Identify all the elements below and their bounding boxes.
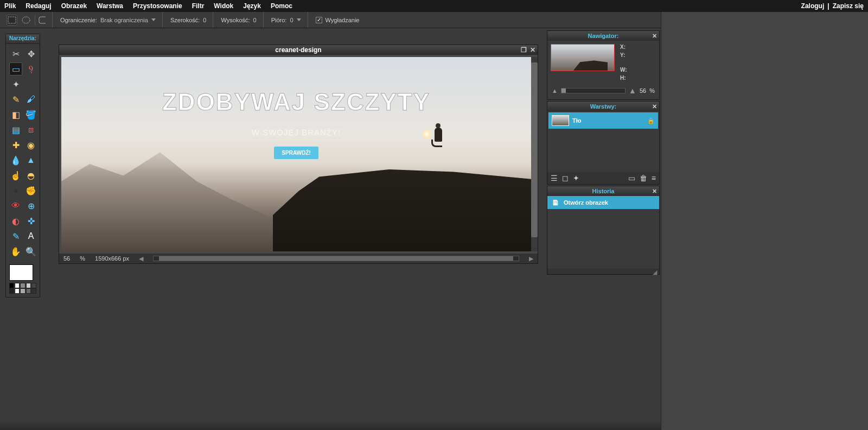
antialias-checkbox[interactable]: ✓ (316, 17, 322, 23)
constraint-value[interactable]: Brak ograniczenia (100, 17, 148, 23)
tool-blur[interactable]: 💧 (9, 154, 22, 167)
menu-plik[interactable]: Plik (4, 2, 16, 10)
foreground-swatch[interactable] (9, 264, 33, 281)
navigator-thumbnail[interactable] (551, 44, 615, 71)
canvas-image[interactable]: ZDOBYWAJ SZCZYTY W SWOJEJ BRANŻY! SPRAWD… (61, 57, 531, 251)
navigator-title[interactable]: Nawigator: ✕ (547, 31, 659, 41)
menu-obrazek[interactable]: Obrazek (61, 2, 87, 10)
history-title[interactable]: Historia ✕ (547, 186, 659, 196)
nav-zoom-value[interactable]: 56 (640, 87, 646, 94)
layer-delete-icon[interactable]: 🗑 (640, 174, 647, 182)
nav-spacer (620, 60, 627, 65)
color-swatch[interactable] (9, 288, 14, 294)
layer-fx-icon[interactable]: ✦ (573, 174, 579, 182)
layers-title[interactable]: Warstwy: ✕ (547, 102, 659, 111)
signup-link[interactable]: Zapisz się (833, 2, 864, 10)
tool-move[interactable]: ✥ (24, 47, 37, 60)
tool-grid: ✂✥▭݀Ꝯ✦✎🖌◧🪣▤⧇✚◉💧▲☝◓●✊👁⊕◐✜✎A✋🔍 (6, 44, 40, 261)
lock-icon[interactable]: 🔒 (647, 117, 655, 124)
navigator-close-icon[interactable]: ✕ (652, 33, 657, 40)
zoom-out-icon[interactable]: ▲ (552, 87, 558, 94)
tool-gradient[interactable]: ▤ (9, 123, 22, 136)
maximize-icon[interactable]: ❐ (521, 46, 527, 54)
tool-bulge[interactable]: ◐ (9, 214, 22, 227)
right-blank-area (661, 12, 868, 430)
tool-text[interactable]: A (24, 230, 37, 243)
history-close-icon[interactable]: ✕ (652, 188, 657, 195)
menu-widok[interactable]: Widok (214, 2, 233, 10)
tool-dodge[interactable]: ● (9, 184, 22, 197)
tool-spot[interactable]: ⊕ (24, 199, 37, 212)
menu-warstwa[interactable]: Warstwa (97, 2, 123, 10)
close-icon[interactable]: ✕ (530, 46, 535, 54)
layers-close-icon[interactable]: ✕ (652, 103, 657, 110)
tool-marquee[interactable]: ▭ (9, 62, 22, 75)
tool-lasso[interactable]: ݀Ꝯ (24, 62, 37, 75)
layer-mask-icon[interactable]: ◻ (562, 174, 569, 182)
color-swatch[interactable] (15, 288, 20, 294)
history-row[interactable]: 🗎 Otwórz obrazek (547, 196, 659, 209)
layer-menu-icon[interactable]: ≡ (652, 174, 656, 182)
resize-grip[interactable]: ◢ (547, 269, 659, 274)
zoom-in-icon[interactable]: ▲ (629, 86, 636, 95)
feather-dropdown-icon[interactable] (297, 18, 301, 21)
marquee-ellipse-icon[interactable] (21, 15, 31, 26)
tool-wand[interactable]: ✦ (9, 78, 22, 91)
color-swatch[interactable] (9, 283, 14, 288)
feather-value[interactable]: 0 (290, 17, 293, 23)
marquee-rounded-icon[interactable] (35, 15, 46, 26)
tool-crop[interactable]: ✂ (9, 47, 22, 60)
hscroll-left-icon[interactable]: ◀ (139, 255, 143, 262)
layers-body: Tło 🔒 (547, 111, 659, 172)
tool-repair[interactable]: ✚ (9, 138, 22, 151)
tool-pencil[interactable]: ✎ (9, 93, 22, 106)
layer-row[interactable]: Tło 🔒 (548, 112, 658, 129)
menu-przystosowanie[interactable]: Przystosowanie (133, 2, 182, 10)
zoom-value[interactable]: 56 (63, 255, 70, 262)
color-swatch[interactable] (31, 288, 36, 294)
tool-hand[interactable]: ✋ (9, 245, 22, 258)
login-link[interactable]: Zaloguj (801, 2, 825, 10)
tool-redeye[interactable]: 👁 (9, 199, 22, 212)
tool-eraser[interactable]: ◧ (9, 108, 22, 121)
tool-pinch[interactable]: ✜ (24, 214, 37, 227)
canvas-vscrollbar[interactable] (531, 57, 538, 251)
tool-stamp[interactable]: ⧇ (24, 123, 37, 136)
menu-redaguj[interactable]: Redaguj (25, 2, 51, 10)
menu-pomoc[interactable]: Pomoc (271, 2, 292, 10)
tool-picker[interactable]: ✎ (9, 230, 22, 243)
tool-burn[interactable]: ✊ (24, 184, 37, 197)
history-body: 🗎 Otwórz obrazek (547, 196, 659, 269)
color-swatch[interactable] (15, 283, 20, 288)
layer-settings-icon[interactable]: ☰ (551, 174, 558, 182)
canvas-title: creanet-design (275, 46, 321, 54)
zoom-pct-symbol: % (80, 255, 85, 262)
menu-jezyk[interactable]: Język (243, 2, 261, 10)
height-value[interactable]: 0 (253, 17, 257, 23)
tool-sharpen[interactable]: ▲ (24, 154, 37, 167)
tool-empty1[interactable] (24, 78, 37, 91)
canvas-titlebar[interactable]: creanet-design ❐ ✕ (59, 45, 538, 55)
constraint-dropdown-icon[interactable] (151, 18, 156, 21)
color-swatch[interactable] (26, 288, 31, 294)
color-swatch[interactable] (20, 283, 25, 288)
tool-bucket[interactable]: 🪣 (24, 108, 37, 121)
tool-brush[interactable]: 🖌 (24, 93, 37, 106)
color-swatch[interactable] (31, 283, 36, 288)
tool-heal[interactable]: ◉ (24, 138, 37, 151)
color-swatch[interactable] (20, 288, 25, 294)
tool-smudge[interactable]: ☝ (9, 169, 22, 182)
canvas-hscrollbar[interactable] (153, 256, 519, 261)
zoom-slider-track[interactable] (561, 88, 626, 93)
tool-sponge[interactable]: ◓ (24, 169, 37, 182)
layer-new-icon[interactable]: ▭ (628, 174, 635, 182)
marquee-rect-icon[interactable] (7, 15, 17, 26)
hscroll-right-icon[interactable]: ▶ (529, 255, 533, 262)
color-swatch[interactable] (26, 283, 31, 288)
width-value[interactable]: 0 (203, 17, 206, 23)
layer-thumbnail[interactable] (552, 115, 569, 126)
tool-zoom[interactable]: 🔍 (24, 245, 37, 258)
canvas-body[interactable]: ZDOBYWAJ SZCZYTY W SWOJEJ BRANŻY! SPRAWD… (59, 55, 538, 254)
menu-filtr[interactable]: Filtr (192, 2, 205, 10)
swatch-grid (9, 283, 36, 294)
